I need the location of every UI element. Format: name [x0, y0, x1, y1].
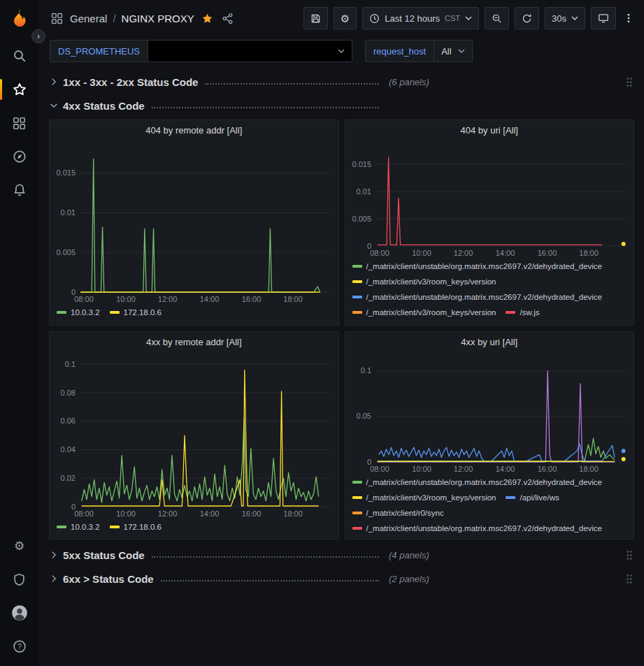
topbar-actions: ⚙ Last 12 hours CST: [303, 7, 636, 29]
legend-color-dash: [506, 311, 515, 314]
legend-item[interactable]: /_matrix/client/unstable/org.matrix.msc2…: [352, 291, 603, 303]
chart-legend: 10.0.3.2172.18.0.6: [50, 305, 338, 323]
breadcrumb: General / NGINX PROXY: [50, 11, 235, 26]
sidebar-item-server-admin[interactable]: [0, 563, 38, 596]
row-title: 6xx > Status Code: [63, 573, 154, 585]
sidebar-item-alerting[interactable]: [0, 173, 38, 207]
svg-text:0.015: 0.015: [56, 168, 76, 177]
monitor-icon: [598, 13, 609, 24]
row-dotted-line: [152, 107, 379, 108]
row-1xx-3xx-2xx[interactable]: 1xx - 3xx - 2xx Status Code (6 panels): [49, 72, 634, 92]
svg-text:0.005: 0.005: [352, 215, 371, 223]
legend-color-dash: [57, 526, 66, 528]
legend-label: 10.0.3.2: [71, 306, 100, 319]
chevron-down-icon: [571, 16, 578, 20]
share-dashboard-button[interactable]: [220, 11, 235, 26]
row-6xx[interactable]: 6xx > Status Code (2 panels): [49, 569, 634, 588]
row-5xx[interactable]: 5xx Status Code (4 panels): [49, 545, 634, 565]
svg-text:0.08: 0.08: [61, 389, 76, 397]
legend-item[interactable]: /_matrix/client/v3/room_keys/version: [352, 306, 496, 319]
svg-text:12:00: 12:00: [158, 295, 178, 303]
request-host-value-text: All: [441, 46, 451, 57]
time-series-chart[interactable]: 00.050.108:0010:0012:0014:0016:0018:00: [345, 352, 634, 475]
time-range-picker[interactable]: Last 12 hours CST: [362, 7, 479, 29]
sidebar-nav-bottom: ⚙ ?: [0, 529, 38, 663]
legend-item[interactable]: /_matrix/client/v3/room_keys/version: [352, 491, 496, 504]
legend-item[interactable]: /sw.js: [506, 306, 539, 319]
time-series-chart[interactable]: 00.0050.010.01508:0010:0012:0014:0016:00…: [345, 140, 634, 259]
row-title-group: 5xx Status Code: [49, 549, 379, 561]
dashboard-settings-button[interactable]: ⚙: [334, 7, 357, 29]
legend-item[interactable]: 172.18.0.6: [110, 306, 162, 319]
refresh-button[interactable]: [515, 7, 539, 29]
panel-404-by-remote-addr: 404 by remote addr [All] 00.0050.010.015…: [49, 120, 339, 326]
time-series-chart[interactable]: 00.020.040.060.080.108:0010:0012:0014:00…: [50, 352, 338, 519]
sidebar-item-dashboards[interactable]: [0, 106, 38, 140]
sidebar-item-configuration[interactable]: ⚙: [0, 529, 38, 563]
breadcrumb-folder[interactable]: General: [70, 13, 107, 24]
time-range-label: Last 12 hours: [385, 13, 440, 24]
more-options-button[interactable]: [622, 11, 636, 25]
svg-text:0.01: 0.01: [356, 187, 371, 196]
request-host-variable-label[interactable]: request_host: [365, 40, 434, 62]
datasource-variable-value[interactable]: [148, 40, 352, 62]
row-drag-handle[interactable]: [624, 75, 634, 89]
shield-icon: [13, 573, 26, 586]
panel-title[interactable]: 404 by remote addr [All]: [50, 120, 338, 140]
svg-text:0.04: 0.04: [61, 445, 76, 454]
legend-color-dash: [352, 311, 362, 314]
nav-sidebar: ⚙ ?: [0, 0, 38, 666]
legend-item[interactable]: 172.18.0.6: [110, 521, 162, 533]
legend-item[interactable]: /_matrix/client/v3/room_keys/version: [352, 275, 496, 288]
row-title: 1xx - 3xx - 2xx Status Code: [63, 76, 198, 88]
panel-title[interactable]: 4xx by uri [All]: [345, 332, 634, 352]
row-drag-handle[interactable]: [624, 549, 634, 562]
svg-text:0.1: 0.1: [360, 366, 371, 375]
cycle-view-mode-button[interactable]: [591, 7, 616, 29]
star-icon: [13, 82, 27, 96]
zoom-out-button[interactable]: [485, 7, 509, 29]
gear-icon: ⚙: [14, 540, 24, 552]
save-dashboard-button[interactable]: [303, 7, 328, 29]
legend-item[interactable]: /_matrix/client/r0/sync: [352, 507, 444, 519]
sidebar-item-profile[interactable]: [0, 596, 38, 630]
panel-title[interactable]: 404 by uri [All]: [345, 120, 634, 140]
legend-item[interactable]: /_matrix/client/unstable/org.matrix.msc2…: [352, 476, 603, 488]
dashboard-title[interactable]: NGINX PROXY: [122, 13, 194, 24]
legend-item[interactable]: /_matrix/client/unstable/org.matrix.msc2…: [352, 260, 603, 273]
time-series-chart[interactable]: 00.0050.010.01508:0010:0012:0014:0016:00…: [50, 140, 338, 305]
svg-text:18:00: 18:00: [579, 249, 599, 257]
legend-label: /api/live/ws: [520, 491, 559, 504]
dashboard-canvas: 1xx - 3xx - 2xx Status Code (6 panels) 4…: [38, 69, 644, 666]
expand-sidebar-button[interactable]: ›: [31, 29, 45, 43]
legend-label: /_matrix/client/r0/sync: [366, 507, 444, 519]
legend-item[interactable]: /_matrix/client/unstable/org.matrix.msc2…: [352, 522, 603, 535]
row-drag-handle[interactable]: [624, 572, 634, 586]
legend-item[interactable]: /api/live/ws: [506, 491, 559, 504]
apps-grid-icon: [50, 11, 64, 26]
legend-color-dash: [352, 280, 362, 283]
request-host-variable-value[interactable]: All: [434, 40, 472, 62]
legend-item[interactable]: 10.0.3.2: [57, 521, 100, 533]
legend-item[interactable]: 10.0.3.2: [57, 306, 100, 319]
svg-text:0.06: 0.06: [61, 417, 76, 425]
datasource-variable-label[interactable]: DS_PROMETHEUS: [50, 40, 148, 62]
sidebar-item-help[interactable]: ?: [0, 630, 38, 663]
svg-text:10:00: 10:00: [116, 295, 136, 303]
chevron-down-icon: [49, 101, 59, 110]
svg-text:14:00: 14:00: [200, 295, 220, 303]
sidebar-item-starred[interactable]: [0, 73, 38, 106]
grafana-logo[interactable]: [7, 7, 32, 32]
panel-title[interactable]: 4xx by remote addr [All]: [50, 332, 338, 352]
refresh-interval-picker[interactable]: 30s: [545, 7, 585, 29]
grafana-flame-icon: [8, 8, 31, 30]
favorite-star-button[interactable]: [200, 11, 215, 26]
row-4xx[interactable]: 4xx Status Code: [49, 96, 634, 115]
refresh-interval-label: 30s: [552, 13, 566, 24]
sidebar-item-explore[interactable]: [0, 140, 38, 173]
chevron-right-icon: [49, 77, 59, 87]
svg-text:0.05: 0.05: [356, 412, 371, 420]
sidebar-item-search[interactable]: [0, 39, 38, 73]
refresh-icon: [522, 13, 532, 24]
legend-label: 10.0.3.2: [71, 521, 100, 533]
